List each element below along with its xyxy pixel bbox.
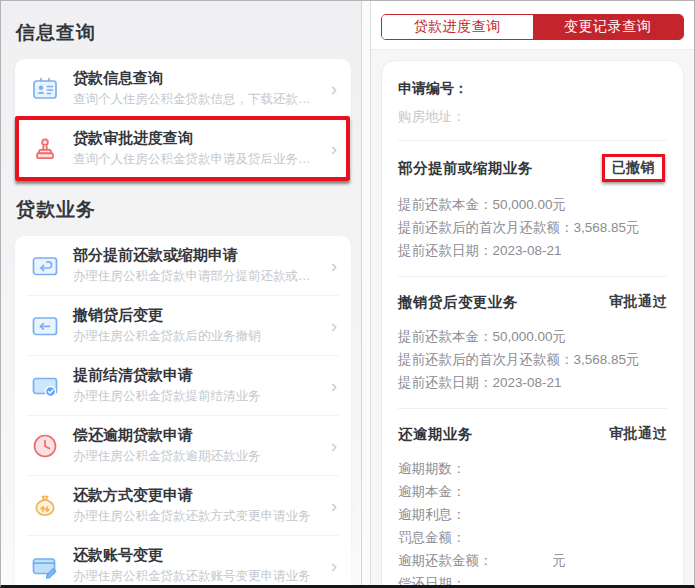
menu-item-title: 贷款信息查询 xyxy=(73,69,316,88)
detail-row: 提前还款后的首次月还款额：3,568.85元 xyxy=(398,216,667,239)
loan-business-card: 部分提前还款或缩期申请 办理住房公积金贷款申请部分提前还款或贷款... › 撤销… xyxy=(15,236,351,585)
right-panel-header: 贷款进度查询 变更记录查询 xyxy=(371,1,694,50)
detail-row: 偿还日期： xyxy=(398,572,667,585)
status-badge: 审批通过 xyxy=(609,293,667,311)
record-section-partial-prepay-header: 部分提前或缩期业务 已撤销 xyxy=(398,154,667,182)
card-check-icon xyxy=(30,371,60,401)
menu-item-title: 还款方式变更申请 xyxy=(73,486,316,505)
info-query-card: 贷款信息查询 查询个人住房公积金贷款信息，下载还款计划表 › 贷 xyxy=(15,59,351,178)
divider xyxy=(398,276,667,277)
detail-row: 逾期还款金额： 元 xyxy=(398,549,667,572)
menu-item-repayment-method-change[interactable]: 还款方式变更申请 办理住房公积金贷款还款方式变更申请业务 › xyxy=(15,476,351,535)
loan-service-screen: 信息查询 贷款信息查询 查询个人住房公积金贷款信息，下载还款计划表 › xyxy=(0,0,695,588)
menu-item-repayment-account-change[interactable]: 还款账号变更 办理住房公积金贷款还款账号变更申请业务 › xyxy=(15,536,351,585)
panel-gap xyxy=(362,1,370,585)
menu-item-subtitle: 办理住房公积金贷款还款账号变更申请业务 xyxy=(73,568,316,585)
status-badge-annotated: 已撤销 xyxy=(602,154,666,182)
clock-icon xyxy=(30,431,60,461)
chevron-right-icon: › xyxy=(329,256,337,275)
change-record-card: 申请编号： 购房地址： 部分提前或缩期业务 已撤销 提前还款本金：50,000.… xyxy=(381,60,684,585)
menu-item-subtitle: 办理住房公积金贷款申请部分提前还款或贷款... xyxy=(73,268,316,285)
left-panel: 信息查询 贷款信息查询 查询个人住房公积金贷款信息，下载还款计划表 › xyxy=(1,1,362,585)
divider xyxy=(398,140,667,141)
detail-row: 提前还款本金：50,000.00元 xyxy=(398,193,667,216)
menu-item-title: 还款账号变更 xyxy=(73,546,316,565)
menu-item-loan-approval-progress[interactable]: 贷款审批进度查询 查询个人住房公积金贷款申请及贷后业务业务... › xyxy=(15,119,351,178)
chevron-right-icon: › xyxy=(329,139,337,158)
menu-item-title: 撤销贷后变更 xyxy=(73,306,316,325)
record-section-title: 还逾期业务 xyxy=(398,425,473,444)
tab-loan-progress-query[interactable]: 贷款进度查询 xyxy=(382,15,533,39)
record-section-title: 部分提前或缩期业务 xyxy=(398,159,533,178)
card-undo-icon xyxy=(30,311,60,341)
detail-row: 提前还款本金：50,000.00元 xyxy=(398,325,667,348)
purchase-address-label: 购房地址： xyxy=(398,108,667,126)
menu-item-cancel-post-loan-change[interactable]: 撤销贷后变更 办理住房公积金贷款后的业务撤销 › xyxy=(15,296,351,355)
section-title-info-query: 信息查询 xyxy=(16,20,351,46)
detail-row: 逾期本金： xyxy=(398,480,667,503)
chevron-right-icon: › xyxy=(329,79,337,98)
stamp-icon xyxy=(30,134,60,164)
detail-row: 提前还款日期：2023-08-21 xyxy=(398,239,667,262)
id-badge-icon xyxy=(30,74,60,104)
status-badge: 审批通过 xyxy=(609,425,667,443)
menu-item-subtitle: 查询个人住房公积金贷款申请及贷后业务业务... xyxy=(73,151,316,168)
menu-item-loan-info-query[interactable]: 贷款信息查询 查询个人住房公积金贷款信息，下载还款计划表 › xyxy=(15,59,351,118)
record-section-cancel-change-header: 撤销贷后变更业务 审批通过 xyxy=(398,290,667,314)
record-section-title: 撤销贷后变更业务 xyxy=(398,293,518,312)
menu-item-subtitle: 查询个人住房公积金贷款信息，下载还款计划表 xyxy=(73,91,316,108)
detail-row: 罚息金额： xyxy=(398,526,667,549)
menu-item-title: 偿还逾期贷款申请 xyxy=(73,426,316,445)
chevron-right-icon: › xyxy=(329,496,337,515)
chevron-right-icon: › xyxy=(329,376,337,395)
menu-item-subtitle: 办理住房公积金贷款逾期还款业务 xyxy=(73,448,316,465)
menu-item-early-settlement[interactable]: 提前结清贷款申请 办理住房公积金贷款提前结清业务 › xyxy=(15,356,351,415)
chevron-right-icon: › xyxy=(329,556,337,575)
right-panel: 贷款进度查询 变更记录查询 申请编号： 购房地址： 部分提前或缩期业务 已撤销 … xyxy=(370,1,694,585)
card-return-icon xyxy=(30,251,60,281)
detail-row: 逾期利息： xyxy=(398,503,667,526)
detail-row: 逾期期数： xyxy=(398,457,667,480)
detail-row: 提前还款后的首次月还款额：3,568.85元 xyxy=(398,348,667,371)
menu-item-subtitle: 办理住房公积金贷款后的业务撤销 xyxy=(73,328,316,345)
card-edit-icon xyxy=(30,551,60,581)
menu-item-subtitle: 办理住房公积金贷款还款方式变更申请业务 xyxy=(73,508,316,525)
menu-item-title: 提前结清贷款申请 xyxy=(73,366,316,385)
divider xyxy=(398,408,667,409)
money-bag-icon xyxy=(30,491,60,521)
application-number-label: 申请编号： xyxy=(398,80,667,98)
menu-item-title: 贷款审批进度查询 xyxy=(73,129,316,148)
chevron-right-icon: › xyxy=(329,436,337,455)
tab-change-record-query[interactable]: 变更记录查询 xyxy=(533,15,684,39)
chevron-right-icon: › xyxy=(329,316,337,335)
record-section-overdue-header: 还逾期业务 审批通过 xyxy=(398,422,667,446)
menu-item-title: 部分提前还款或缩期申请 xyxy=(73,246,316,265)
menu-item-partial-prepayment[interactable]: 部分提前还款或缩期申请 办理住房公积金贷款申请部分提前还款或贷款... › xyxy=(15,236,351,295)
detail-row: 提前还款日期：2023-08-21 xyxy=(398,371,667,394)
section-title-loan-business: 贷款业务 xyxy=(16,197,351,223)
menu-item-repay-overdue-loan[interactable]: 偿还逾期贷款申请 办理住房公积金贷款逾期还款业务 › xyxy=(15,416,351,475)
menu-item-subtitle: 办理住房公积金贷款提前结清业务 xyxy=(73,388,316,405)
tab-bar: 贷款进度查询 变更记录查询 xyxy=(381,14,684,40)
